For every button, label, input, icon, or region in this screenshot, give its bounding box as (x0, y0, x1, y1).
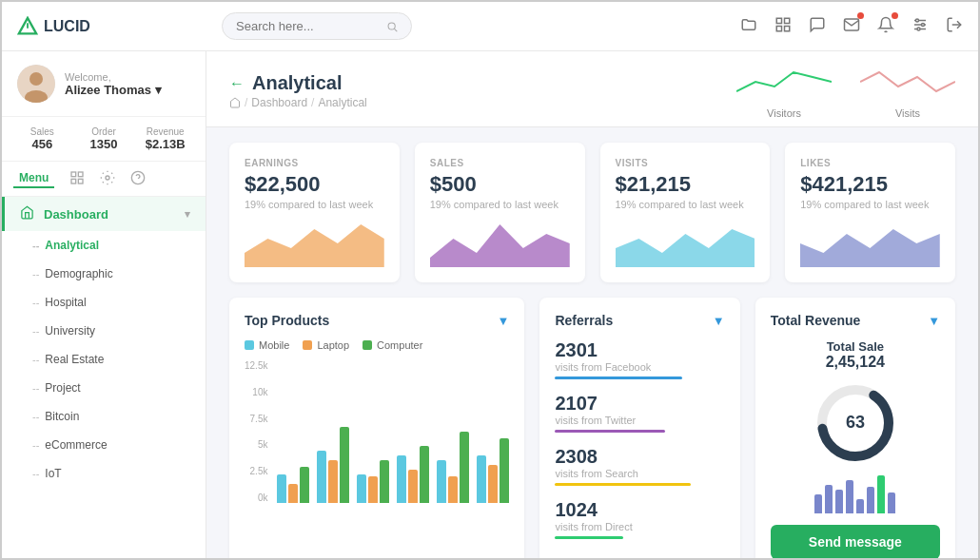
help-icon[interactable] (130, 170, 146, 188)
referral-facebook: 2301 visits from Facebook (555, 339, 724, 379)
sidebar-item-university[interactable]: -- University (2, 317, 206, 345)
sidebar: Welcome, Alizee Thomas ▾ Sales 456 Order… (2, 51, 206, 558)
referral-bar-facebook (555, 377, 682, 379)
mini-charts: Visitors Visits (736, 63, 955, 119)
mini-bar-3 (835, 490, 843, 513)
visitors-mini-chart: Visitors (736, 63, 832, 119)
user-info: Welcome, Alizee Thomas ▾ (65, 71, 162, 97)
mini-bar-8 (888, 492, 895, 513)
svg-rect-18 (71, 172, 76, 177)
bar-laptop (368, 476, 378, 503)
laptop-color (303, 340, 312, 350)
search-input[interactable] (236, 19, 379, 33)
referral-search: 2308 visits from Search (555, 446, 724, 486)
visitors-sparkline (736, 63, 832, 101)
mobile-color (245, 340, 254, 350)
chat-icon[interactable] (809, 16, 826, 37)
svg-rect-19 (79, 172, 84, 177)
sidebar-item-ecommerce[interactable]: -- eCommerce (2, 431, 206, 459)
expand-arrow[interactable]: ▾ (185, 208, 190, 221)
folder-icon[interactable] (740, 16, 757, 37)
svg-point-16 (29, 72, 43, 86)
bar-mobile (437, 460, 446, 503)
svg-line-3 (394, 29, 397, 31)
list-icon[interactable] (69, 170, 85, 188)
logo-icon (17, 16, 38, 37)
stat-revenue: Revenue $2.13B (136, 126, 194, 151)
dropdown-arrow[interactable]: ▾ (155, 83, 162, 97)
bar-computer (500, 438, 509, 503)
bar-computer (420, 446, 429, 503)
visits-chart (616, 220, 755, 267)
bar-computer (460, 432, 469, 503)
svg-rect-6 (776, 26, 781, 30)
svg-rect-7 (785, 26, 790, 30)
logout-icon[interactable] (946, 16, 963, 37)
total-revenue-card: Total Revenue ▼ Total Sale 2,45,124 63 (755, 298, 955, 558)
mini-bar-1 (814, 494, 822, 513)
dashboard-label: Dashboard (44, 207, 108, 222)
sidebar-item-realestate[interactable]: -- Real Estate (2, 345, 206, 374)
donut-chart: 63 (771, 380, 940, 466)
total-revenue-header: Total Revenue ▼ (771, 313, 940, 328)
breadcrumb: / Dashboard / Analytical (229, 96, 367, 109)
legend-computer: Computer (363, 339, 422, 351)
back-button[interactable]: ← (229, 75, 245, 92)
sidebar-item-bitcoin[interactable]: -- Bitcoin (2, 402, 206, 431)
revenue-mini-bar-chart (771, 475, 940, 513)
send-message-button[interactable]: Send message (771, 525, 940, 558)
mini-bar-6 (867, 487, 874, 513)
bar-mobile (357, 474, 366, 503)
nav-menu: Dashboard ▾ -- Analytical -- Demographic… (2, 197, 206, 558)
svg-point-13 (917, 28, 920, 30)
svg-text:63: 63 (846, 413, 865, 432)
search-icon (386, 20, 398, 33)
stats-row: Sales 456 Order 1350 Revenue $2.13B (2, 117, 206, 162)
sliders-icon[interactable] (911, 16, 929, 37)
sidebar-item-iot[interactable]: -- IoT (2, 459, 206, 488)
menu-tab[interactable]: Menu (13, 169, 54, 188)
sidebar-item-analytical[interactable]: -- Analytical (2, 231, 206, 260)
bar-chart-legend: Mobile Laptop Computer (245, 339, 509, 351)
sidebar-item-hospital[interactable]: -- Hospital (2, 288, 206, 317)
svg-marker-26 (430, 224, 570, 267)
gear-icon[interactable] (100, 170, 115, 188)
bottom-section: Top Products ▼ Mobile Laptop (206, 298, 978, 558)
likes-card: LIKES $421,215 19% compared to last week (785, 143, 955, 282)
logo: LUCID (17, 16, 222, 37)
svg-marker-27 (616, 229, 755, 267)
sidebar-item-project[interactable]: -- Project (2, 374, 206, 402)
bar-chart: 12.5k 10k 7.5k 5k 2.5k 0k (245, 360, 509, 503)
sales-chart (430, 220, 570, 267)
earnings-chart (245, 220, 384, 267)
svg-rect-5 (785, 18, 790, 23)
grid-icon[interactable] (774, 16, 792, 37)
top-products-dropdown[interactable]: ▼ (498, 314, 510, 328)
referral-bar-direct (555, 536, 622, 539)
page-header: ← Analytical / Dashboard / Analytical (206, 51, 978, 127)
svg-marker-28 (800, 229, 940, 267)
user-section: Welcome, Alizee Thomas ▾ (2, 51, 206, 117)
svg-point-22 (106, 176, 109, 180)
bar-computer (340, 427, 349, 503)
referrals-dropdown[interactable]: ▼ (713, 314, 725, 328)
avatar (17, 65, 55, 103)
bar-laptop (328, 460, 338, 503)
total-revenue-dropdown[interactable]: ▼ (928, 314, 940, 328)
referral-direct: 1024 visits from Direct (555, 499, 724, 539)
mail-icon[interactable] (843, 16, 860, 37)
top-navbar: LUCID (2, 2, 978, 51)
svg-point-2 (388, 22, 395, 29)
mini-bar-7 (877, 475, 885, 513)
bar-mobile (277, 474, 286, 503)
bell-icon[interactable] (877, 16, 894, 37)
username: Alizee Thomas ▾ (65, 83, 162, 97)
sidebar-item-demographic[interactable]: -- Demographic (2, 260, 206, 288)
legend-mobile: Mobile (245, 339, 289, 351)
sidebar-item-dashboard[interactable]: Dashboard ▾ (2, 197, 206, 231)
referral-bar-twitter (555, 430, 665, 433)
svg-point-11 (916, 19, 919, 22)
search-bar[interactable] (222, 12, 412, 40)
legend-laptop: Laptop (303, 339, 349, 351)
svg-rect-20 (71, 179, 76, 183)
